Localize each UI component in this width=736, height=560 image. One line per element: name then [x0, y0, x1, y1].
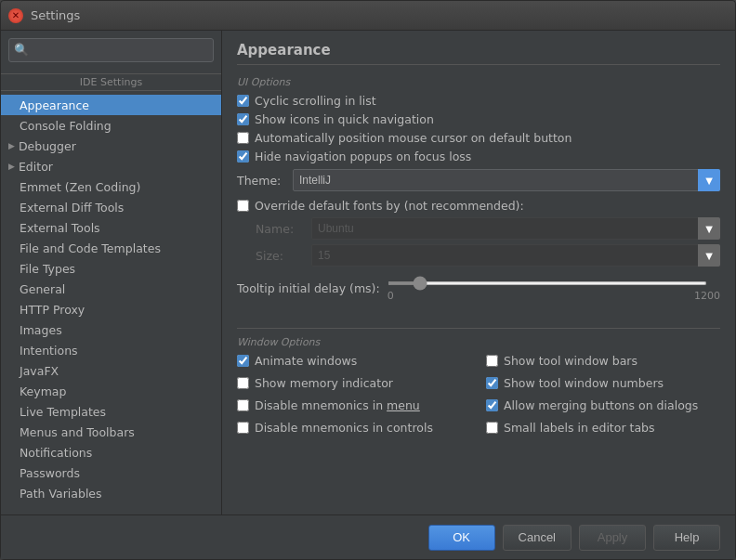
checkbox-allow-merging: Allow merging buttons on dialogs: [486, 398, 720, 412]
theme-label: Theme:: [237, 174, 293, 188]
font-size-label: Size:: [256, 249, 311, 263]
sidebar-item-http-proxy[interactable]: HTTP Proxy: [1, 299, 221, 319]
ui-options-group: UI Options Cyclic scrolling in list Show…: [237, 76, 720, 306]
apply-button[interactable]: Apply: [579, 525, 646, 551]
sidebar-item-label: External Diff Tools: [20, 201, 124, 215]
checkbox-disable-mnemonics-menu: Disable mnemonics in menu: [237, 398, 471, 412]
show-tool-numbers-label: Show tool window numbers: [504, 376, 664, 390]
theme-row: Theme: IntelliJ Darcula ▼: [237, 169, 720, 191]
sidebar-item-general[interactable]: General: [1, 279, 221, 299]
sidebar-item-path-variables[interactable]: Path Variables: [1, 483, 221, 503]
sidebar-item-label: Appearance: [20, 98, 89, 112]
checkbox-disable-mnemonics-controls: Disable mnemonics in controls: [237, 421, 471, 435]
disable-mnemonics-menu-checkbox[interactable]: [237, 399, 249, 411]
disable-mnemonics-controls-label: Disable mnemonics in controls: [255, 421, 433, 435]
sidebar-item-label: External Tools: [20, 221, 100, 235]
slider-min-label: 0: [388, 290, 394, 302]
sidebar-item-javafx[interactable]: JavaFX: [1, 360, 221, 381]
small-labels-checkbox[interactable]: [486, 422, 498, 434]
cyclic-scrolling-checkbox[interactable]: [237, 95, 249, 107]
checkbox-show-icons: Show icons in quick navigation: [237, 112, 720, 126]
sidebar-item-label: Images: [20, 323, 62, 337]
show-tool-numbers-checkbox[interactable]: [486, 377, 498, 389]
checkbox-cyclic-scrolling: Cyclic scrolling in list: [237, 94, 720, 108]
tooltip-delay-slider[interactable]: [388, 281, 707, 285]
close-icon: ✕: [12, 10, 20, 20]
checkbox-show-tool-bars: Show tool window bars: [486, 354, 720, 368]
sidebar-item-editor[interactable]: ▶Editor: [1, 156, 221, 176]
show-memory-checkbox[interactable]: [237, 377, 249, 389]
font-name-select-wrapper: Ubuntu ▼: [311, 217, 720, 240]
sidebar-item-notifications[interactable]: Notifications: [1, 442, 221, 462]
sidebar-item-keymap[interactable]: Keymap: [1, 381, 221, 401]
sidebar-item-file-and-code-templates[interactable]: File and Code Templates: [1, 238, 221, 258]
hide-nav-checkbox[interactable]: [237, 150, 249, 163]
checkbox-show-tool-numbers: Show tool window numbers: [486, 376, 720, 390]
cancel-button[interactable]: Cancel: [503, 525, 572, 551]
font-name-row: Name: Ubuntu ▼: [256, 217, 720, 240]
font-name-label: Name:: [256, 222, 311, 236]
sidebar-item-images[interactable]: Images: [1, 319, 221, 340]
show-tool-bars-label: Show tool window bars: [504, 354, 637, 368]
font-name-select[interactable]: Ubuntu: [311, 217, 720, 240]
disable-mnemonics-controls-checkbox[interactable]: [237, 422, 249, 434]
arrow-icon: ▶: [8, 141, 15, 150]
section-title: Appearance: [237, 42, 720, 65]
font-size-select-wrapper: 15 ▼: [311, 244, 720, 267]
sidebar-item-menus-and-toolbars[interactable]: Menus and Toolbars: [1, 422, 221, 442]
animate-windows-label: Animate windows: [255, 354, 357, 368]
show-tool-bars-checkbox[interactable]: [486, 355, 498, 367]
sidebar-item-passwords[interactable]: Passwords: [1, 462, 221, 483]
checkbox-hide-nav: Hide navigation popups on focus loss: [237, 150, 720, 163]
override-fonts-label: Override default fonts by (not recommend…: [255, 199, 524, 213]
override-fonts-checkbox[interactable]: [237, 200, 249, 212]
theme-select-wrapper: IntelliJ Darcula ▼: [293, 169, 720, 191]
sidebar-item-label: Editor: [19, 160, 53, 174]
checkbox-override-fonts: Override default fonts by (not recommend…: [237, 199, 720, 213]
sidebar-item-external-diff-tools[interactable]: External Diff Tools: [1, 197, 221, 217]
show-icons-checkbox[interactable]: [237, 113, 249, 125]
disable-mnemonics-menu-label: Disable mnemonics in menu: [255, 398, 420, 412]
window-title: Settings: [31, 8, 80, 22]
font-size-select[interactable]: 15: [311, 244, 720, 267]
arrow-icon: ▶: [8, 162, 15, 171]
sidebar-item-label: File Types: [20, 262, 75, 276]
sidebar-item-plugins[interactable]: Plugins: [1, 503, 221, 507]
sidebar-item-label: Debugger: [19, 139, 76, 153]
checkbox-small-labels: Small labels in editor tabs: [486, 421, 720, 435]
sidebar-item-debugger[interactable]: ▶Debugger: [1, 136, 221, 156]
small-labels-label: Small labels in editor tabs: [504, 421, 655, 435]
checkbox-show-memory: Show memory indicator: [237, 376, 471, 390]
sidebar-item-external-tools[interactable]: External Tools: [1, 217, 221, 238]
auto-position-checkbox[interactable]: [237, 132, 249, 144]
show-memory-label: Show memory indicator: [255, 376, 393, 390]
ok-button[interactable]: OK: [428, 525, 495, 551]
ide-settings-label: IDE Settings: [1, 73, 221, 91]
sidebar-item-emmet[interactable]: Emmet (Zen Coding): [1, 176, 221, 197]
close-button[interactable]: ✕: [8, 8, 23, 23]
allow-merging-checkbox[interactable]: [486, 399, 498, 411]
sidebar-item-live-templates[interactable]: Live Templates: [1, 401, 221, 422]
sidebar-item-label: Menus and Toolbars: [20, 425, 135, 439]
tooltip-delay-label: Tooltip initial delay (ms):: [237, 281, 380, 295]
sidebar-item-label: Keymap: [20, 384, 66, 398]
sidebar-item-label: Notifications: [20, 446, 92, 460]
animate-windows-checkbox[interactable]: [237, 355, 249, 367]
theme-select[interactable]: IntelliJ Darcula: [293, 169, 720, 191]
slider-max-label: 1200: [694, 290, 720, 302]
sidebar-item-appearance[interactable]: Appearance: [1, 95, 221, 115]
settings-window: ✕ Settings 🔍 IDE Settings AppearanceCons…: [0, 0, 736, 560]
main-panel: Appearance UI Options Cyclic scrolling i…: [222, 31, 735, 514]
sidebar-item-label: JavaFX: [20, 364, 59, 378]
sidebar-item-console-folding[interactable]: Console Folding: [1, 115, 221, 136]
search-input[interactable]: [8, 38, 214, 62]
slider-range-labels: 0 1200: [388, 290, 720, 302]
bottom-bar: OK Cancel Apply Help: [1, 514, 735, 559]
help-button[interactable]: Help: [653, 525, 720, 551]
slider-container: 0 1200: [388, 274, 720, 302]
sidebar-item-intentions[interactable]: Intentions: [1, 340, 221, 360]
title-bar: ✕ Settings: [1, 1, 735, 31]
sidebar-item-label: HTTP Proxy: [20, 303, 85, 317]
search-icon: 🔍: [14, 43, 29, 57]
sidebar-item-file-types[interactable]: File Types: [1, 258, 221, 279]
